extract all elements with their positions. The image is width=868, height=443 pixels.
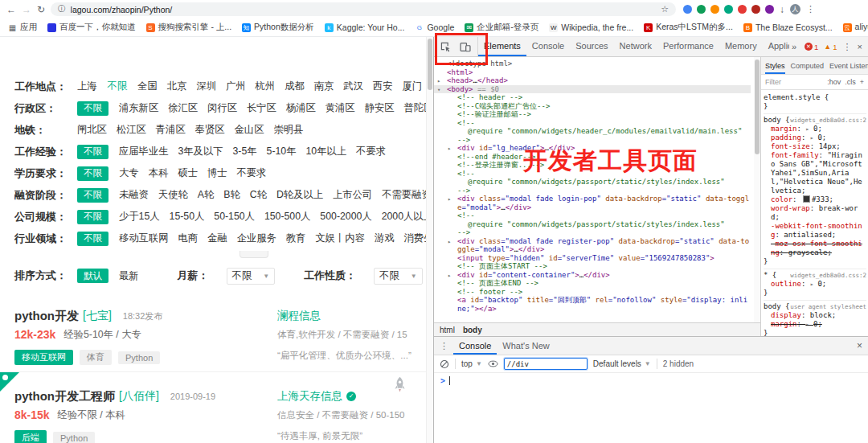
filter-option[interactable]: 静安区 (365, 101, 395, 115)
filter-option[interactable]: 全国 (137, 80, 158, 93)
filter-option[interactable]: 杭州 (256, 80, 276, 93)
bookmark-item[interactable]: BThe Blaze Ecosyst... (743, 23, 833, 32)
filter-option[interactable]: 移动互联网 (119, 232, 168, 245)
job-tag[interactable]: Python (118, 351, 160, 364)
log-levels-select[interactable]: Default levels▼ (593, 359, 651, 368)
filter-selected-option[interactable]: 不限 (77, 188, 108, 203)
filter-option[interactable]: 武汉 (343, 80, 363, 93)
filter-option[interactable]: 金融 (207, 232, 227, 245)
job-tag[interactable]: 体育 (80, 350, 112, 365)
filter-option[interactable]: 天使轮 (158, 188, 188, 202)
dom-tree-line[interactable]: ▸<head>…</head> (434, 76, 751, 85)
color-swatch[interactable] (803, 195, 810, 203)
ext-blue-icon[interactable] (683, 5, 692, 14)
filter-option[interactable]: 黄浦区 (326, 101, 355, 115)
sort-option-default[interactable]: 默认 (77, 269, 108, 283)
bookmark-item[interactable]: ▦应用 (8, 22, 37, 33)
bookmark-item[interactable]: GGoogle (415, 23, 454, 32)
bookmark-item[interactable]: WWikipedia, the fre... (549, 23, 633, 32)
filter-selected-option[interactable]: 不限 (77, 232, 108, 246)
filter-option[interactable]: 不要求 (356, 145, 386, 158)
filter-option[interactable]: 广州 (226, 80, 246, 93)
filter-option[interactable]: 上市公司 (333, 188, 372, 202)
expand-arrow-icon[interactable]: ▸ (810, 134, 818, 142)
filter-option[interactable]: 杨浦区 (286, 101, 316, 115)
dom-tree-line[interactable]: <a id="backtop" title="回到顶部" rel="nofoll… (434, 296, 751, 313)
bookmark-item[interactable]: S搜狗搜索引擎 - 上... (146, 22, 232, 33)
filter-selected-option[interactable]: 不限 (77, 166, 108, 181)
filter-selected-option[interactable]: 不限 (108, 80, 128, 93)
filter-option[interactable]: 企业服务 (237, 232, 276, 245)
filter-option[interactable]: 教育 (286, 232, 306, 245)
job-area[interactable]: [七宝] (83, 309, 112, 323)
sidebar-tab-styles[interactable]: Styles (765, 58, 785, 74)
clear-console-icon[interactable] (440, 359, 449, 369)
reload-icon[interactable]: ↻ (37, 5, 45, 14)
filter-option[interactable]: 应届毕业生 (119, 145, 168, 158)
style-property[interactable]: padding: ▸ 0; (764, 133, 866, 142)
tab-performance[interactable]: Performance (657, 37, 719, 56)
sort-field-select[interactable]: 不限▼ (227, 268, 276, 285)
warning-badge[interactable]: ▲1 (824, 43, 837, 51)
console-prompt[interactable]: > (434, 373, 868, 388)
filter-option[interactable]: A轮 (198, 188, 215, 202)
dom-tree-line[interactable]: ▸<div class="modal fade register-pop" da… (434, 237, 751, 254)
filter-option[interactable]: 硕士 (178, 166, 198, 180)
filter-option[interactable]: 50-150人 (214, 210, 255, 224)
ext-red-icon[interactable] (738, 5, 747, 14)
dom-tree-line[interactable]: @require "common/widgets/header_c/module… (434, 127, 751, 136)
bookmark-star-icon[interactable]: ☆ (661, 4, 669, 14)
style-property[interactable]: -webkit-font-smoothing: antialiased; (764, 222, 866, 240)
dom-tree-scrollbar-thumb[interactable] (755, 59, 760, 154)
dom-tree-line[interactable]: ▾<body> == $0 (434, 85, 751, 94)
job-area[interactable]: [八佰伴] (119, 389, 159, 404)
dom-tree-line[interactable]: <input type="hidden" id="serverTime" val… (434, 254, 751, 263)
style-property[interactable]: outline: ▸ 0; (764, 280, 866, 289)
drawer-menu-icon[interactable]: ⋮ (440, 341, 448, 351)
console-context-select[interactable]: top▼ (461, 359, 482, 368)
filter-option[interactable]: 未融资 (119, 188, 149, 202)
filter-option[interactable]: 10年以上 (306, 145, 347, 158)
filter-selected-option[interactable]: 不限 (77, 101, 108, 116)
filter-option[interactable]: 成都 (285, 80, 305, 93)
bookmark-item[interactable]: 云aliyun管理控制台 (843, 22, 868, 33)
dom-tree-line[interactable]: <!-- 页面主体END --> (434, 279, 751, 288)
bookmark-item[interactable]: 知Python数据分析 (242, 22, 314, 33)
sidebar-tab-computed[interactable]: Computed (791, 58, 825, 74)
filter-option[interactable]: 闵行区 (207, 101, 237, 115)
page-scrollbar[interactable] (426, 37, 433, 443)
stylesheet-link[interactable]: widgets_edb8a0d.css:2 (790, 116, 866, 125)
dom-tree-line[interactable]: ▸<div id="content-container">…</div> (434, 271, 751, 280)
ext-darkred-icon[interactable] (751, 5, 760, 14)
site-info-icon[interactable]: ⓘ (58, 4, 66, 14)
bookmark-item[interactable]: ✉企业邮箱-登录页 (465, 22, 538, 33)
filter-option[interactable]: 3年及以下 (178, 145, 223, 158)
devtools-menu-icon[interactable]: ⋮ (843, 42, 852, 52)
filter-option[interactable]: 不需要融资 (382, 188, 431, 202)
company-name[interactable]: 澜程信息 (277, 309, 321, 323)
filter-option[interactable]: 崇明县 (273, 123, 303, 137)
filter-option[interactable]: 长宁区 (247, 101, 276, 115)
expand-arrow-icon[interactable]: ▸ (810, 281, 818, 288)
download-icon[interactable]: ↓ (780, 5, 784, 14)
bookmark-item[interactable]: kKaggle: Your Ho... (325, 23, 405, 32)
stylesheet-link[interactable]: widgets_edb8a0d.css:2 (790, 271, 866, 280)
sidebar-tab-event-listeners[interactable]: Event Listeners (829, 58, 868, 74)
new-style-rule-icon[interactable]: + (860, 78, 864, 86)
filter-option[interactable]: 北京 (167, 80, 187, 93)
filter-option[interactable]: 电商 (178, 232, 198, 245)
filter-option[interactable]: 大专 (119, 166, 139, 180)
dom-tree-line[interactable]: <!-- (434, 211, 751, 220)
expand-arrow-icon[interactable]: ▸ (448, 238, 451, 247)
sort-field-select[interactable]: 不限▼ (374, 268, 423, 285)
forward-icon[interactable]: → (22, 5, 31, 14)
drawer-tab-what-s-new[interactable]: What's New (497, 338, 555, 355)
filter-option[interactable]: 15-50人 (170, 210, 205, 224)
filter-option[interactable]: 青浦区 (156, 123, 186, 137)
ext-purple-icon[interactable] (765, 5, 774, 14)
filter-option[interactable]: C轮 (250, 188, 267, 202)
filter-option[interactable]: 150-500人 (264, 210, 310, 224)
dom-tree-line[interactable]: <!-- 页面主体START --> (434, 262, 751, 271)
filter-option[interactable]: 浦东新区 (119, 101, 158, 115)
style-selector[interactable]: body { (764, 116, 790, 125)
